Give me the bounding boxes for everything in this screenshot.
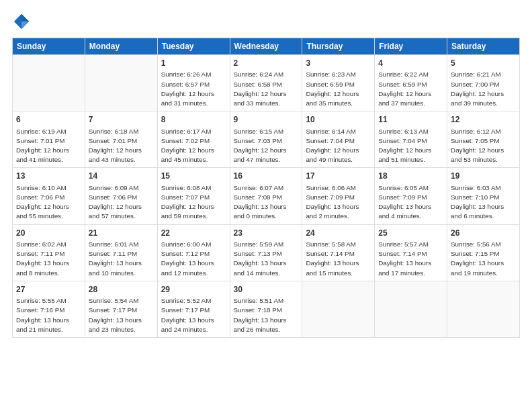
calendar-cell: 13Sunrise: 6:10 AM Sunset: 7:06 PM Dayli… [13,168,85,224]
day-info: Sunrise: 5:59 AM Sunset: 7:13 PM Dayligh… [234,240,299,278]
day-number: 17 [306,171,371,182]
day-number: 13 [16,171,81,182]
calendar-week-2: 13Sunrise: 6:10 AM Sunset: 7:06 PM Dayli… [13,168,520,224]
day-info: Sunrise: 5:57 AM Sunset: 7:14 PM Dayligh… [378,240,443,278]
calendar-week-1: 6Sunrise: 6:19 AM Sunset: 7:01 PM Daylig… [13,111,520,168]
calendar-cell: 15Sunrise: 6:08 AM Sunset: 7:07 PM Dayli… [157,168,230,224]
day-number: 9 [234,114,299,126]
day-number: 25 [378,228,443,239]
calendar-cell [13,55,85,111]
calendar-cell [85,55,157,111]
weekday-header-thursday: Thursday [302,38,375,55]
day-info: Sunrise: 6:22 AM Sunset: 6:59 PM Dayligh… [378,70,443,108]
calendar-cell: 24Sunrise: 5:58 AM Sunset: 7:14 PM Dayli… [302,224,375,281]
calendar-cell: 26Sunrise: 5:56 AM Sunset: 7:15 PM Dayli… [447,224,520,281]
day-number: 1 [161,58,226,69]
calendar-cell: 20Sunrise: 6:02 AM Sunset: 7:11 PM Dayli… [13,224,85,281]
day-number: 27 [16,284,81,295]
calendar-cell [302,281,375,337]
calendar-cell: 10Sunrise: 6:14 AM Sunset: 7:04 PM Dayli… [302,111,375,168]
calendar-week-4: 27Sunrise: 5:55 AM Sunset: 7:16 PM Dayli… [13,281,520,337]
day-info: Sunrise: 5:51 AM Sunset: 7:18 PM Dayligh… [234,296,299,334]
logo [12,12,35,31]
calendar-cell: 17Sunrise: 6:06 AM Sunset: 7:09 PM Dayli… [302,168,375,224]
calendar-cell: 22Sunrise: 6:00 AM Sunset: 7:12 PM Dayli… [157,224,230,281]
day-info: Sunrise: 6:18 AM Sunset: 7:01 PM Dayligh… [89,127,154,165]
day-number: 19 [451,171,516,182]
calendar-week-0: 1Sunrise: 6:26 AM Sunset: 6:57 PM Daylig… [13,55,520,111]
weekday-header-wednesday: Wednesday [230,38,302,55]
calendar-cell: 2Sunrise: 6:24 AM Sunset: 6:58 PM Daylig… [230,55,302,111]
calendar-cell [447,281,520,337]
day-info: Sunrise: 6:10 AM Sunset: 7:06 PM Dayligh… [16,183,81,222]
day-number: 12 [451,114,516,126]
day-number: 14 [89,171,154,182]
day-number: 20 [16,228,81,239]
day-number: 16 [234,171,299,182]
day-number: 3 [306,58,371,69]
calendar-cell: 6Sunrise: 6:19 AM Sunset: 7:01 PM Daylig… [13,111,85,168]
day-info: Sunrise: 6:12 AM Sunset: 7:05 PM Dayligh… [451,127,516,165]
day-info: Sunrise: 6:03 AM Sunset: 7:10 PM Dayligh… [451,183,516,222]
weekday-header-saturday: Saturday [447,38,520,55]
day-info: Sunrise: 6:19 AM Sunset: 7:01 PM Dayligh… [16,127,81,165]
svg-marker-1 [21,14,29,21]
day-number: 11 [378,114,443,126]
weekday-header-tuesday: Tuesday [157,38,230,55]
day-info: Sunrise: 6:06 AM Sunset: 7:09 PM Dayligh… [306,183,371,222]
day-number: 10 [306,114,371,126]
day-number: 28 [89,284,154,295]
calendar-cell: 12Sunrise: 6:12 AM Sunset: 7:05 PM Dayli… [447,111,520,168]
svg-marker-2 [21,21,29,29]
calendar: SundayMondayTuesdayWednesdayThursdayFrid… [12,38,520,338]
day-number: 8 [161,114,226,126]
day-info: Sunrise: 6:02 AM Sunset: 7:11 PM Dayligh… [16,240,81,278]
calendar-header: SundayMondayTuesdayWednesdayThursdayFrid… [13,38,520,55]
day-number: 4 [378,58,443,69]
day-info: Sunrise: 6:01 AM Sunset: 7:11 PM Dayligh… [89,240,154,278]
calendar-cell: 5Sunrise: 6:21 AM Sunset: 7:00 PM Daylig… [447,55,520,111]
day-number: 23 [234,228,299,239]
calendar-cell: 21Sunrise: 6:01 AM Sunset: 7:11 PM Dayli… [85,224,157,281]
day-number: 26 [451,228,516,239]
day-number: 29 [161,284,226,295]
calendar-cell: 9Sunrise: 6:15 AM Sunset: 7:03 PM Daylig… [230,111,302,168]
calendar-cell: 3Sunrise: 6:23 AM Sunset: 6:59 PM Daylig… [302,55,375,111]
calendar-week-3: 20Sunrise: 6:02 AM Sunset: 7:11 PM Dayli… [13,224,520,281]
calendar-cell: 23Sunrise: 5:59 AM Sunset: 7:13 PM Dayli… [230,224,302,281]
page: SundayMondayTuesdayWednesdayThursdayFrid… [0,0,532,411]
day-info: Sunrise: 6:09 AM Sunset: 7:06 PM Dayligh… [89,183,154,222]
day-info: Sunrise: 6:26 AM Sunset: 6:57 PM Dayligh… [161,70,226,108]
day-number: 5 [451,58,516,69]
calendar-cell: 11Sunrise: 6:13 AM Sunset: 7:04 PM Dayli… [375,111,447,168]
day-info: Sunrise: 6:00 AM Sunset: 7:12 PM Dayligh… [161,240,226,278]
calendar-cell: 18Sunrise: 6:05 AM Sunset: 7:09 PM Dayli… [375,168,447,224]
day-info: Sunrise: 5:56 AM Sunset: 7:15 PM Dayligh… [451,240,516,278]
day-info: Sunrise: 6:13 AM Sunset: 7:04 PM Dayligh… [378,127,443,165]
calendar-cell: 27Sunrise: 5:55 AM Sunset: 7:16 PM Dayli… [13,281,85,337]
day-number: 7 [89,114,154,126]
day-number: 30 [234,284,299,295]
day-info: Sunrise: 6:24 AM Sunset: 6:58 PM Dayligh… [234,70,299,108]
day-info: Sunrise: 6:14 AM Sunset: 7:04 PM Dayligh… [306,127,371,165]
calendar-cell: 25Sunrise: 5:57 AM Sunset: 7:14 PM Dayli… [375,224,447,281]
day-info: Sunrise: 6:21 AM Sunset: 7:00 PM Dayligh… [451,70,516,108]
day-number: 18 [378,171,443,182]
day-info: Sunrise: 5:55 AM Sunset: 7:16 PM Dayligh… [16,296,81,334]
day-number: 6 [16,114,81,126]
day-info: Sunrise: 5:54 AM Sunset: 7:17 PM Dayligh… [89,296,154,334]
day-info: Sunrise: 6:05 AM Sunset: 7:09 PM Dayligh… [378,183,443,222]
calendar-cell: 8Sunrise: 6:17 AM Sunset: 7:02 PM Daylig… [157,111,230,168]
day-number: 15 [161,171,226,182]
day-info: Sunrise: 6:07 AM Sunset: 7:08 PM Dayligh… [234,183,299,222]
calendar-body: 1Sunrise: 6:26 AM Sunset: 6:57 PM Daylig… [13,55,520,338]
day-info: Sunrise: 6:15 AM Sunset: 7:03 PM Dayligh… [234,127,299,165]
header [12,12,520,31]
calendar-cell: 7Sunrise: 6:18 AM Sunset: 7:01 PM Daylig… [85,111,157,168]
logo-icon [12,12,31,31]
day-number: 24 [306,228,371,239]
calendar-cell: 14Sunrise: 6:09 AM Sunset: 7:06 PM Dayli… [85,168,157,224]
weekday-row: SundayMondayTuesdayWednesdayThursdayFrid… [13,38,520,55]
day-info: Sunrise: 6:23 AM Sunset: 6:59 PM Dayligh… [306,70,371,108]
day-number: 22 [161,228,226,239]
